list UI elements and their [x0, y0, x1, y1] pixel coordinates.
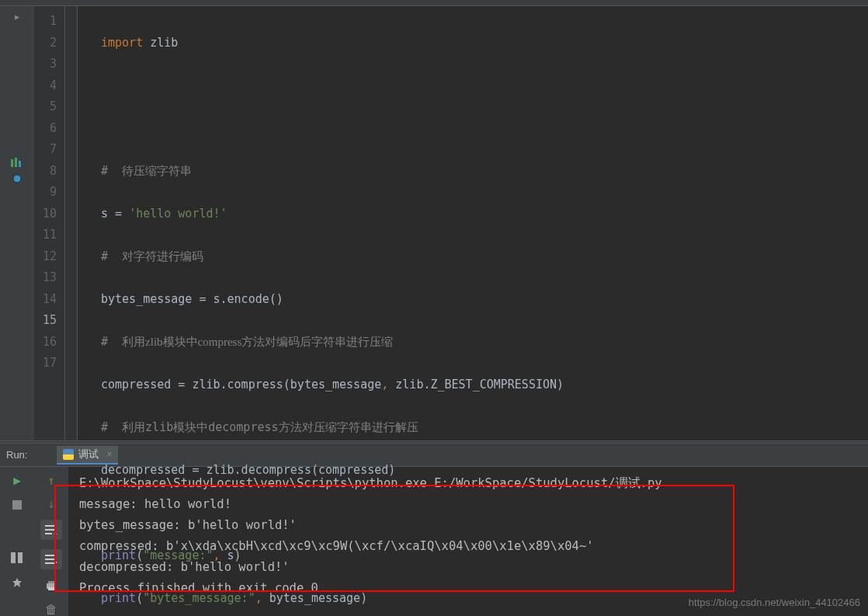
console-line: E:\WorkSpace\StudyLocust\venv\Scripts\py…	[79, 473, 868, 494]
console-line: bytes_message: b'hello world!'	[79, 515, 868, 536]
svg-point-3	[13, 175, 21, 183]
comment: # 待压缩字符串	[101, 164, 192, 178]
comment: 方法对压缩字符串进行解压	[279, 420, 418, 434]
comment: 模块中	[173, 420, 208, 434]
line-number-gutter: 123456789 1011121314151617	[34, 6, 65, 440]
svg-rect-1	[15, 158, 17, 167]
comment: compress	[198, 336, 242, 348]
eq: =	[192, 292, 213, 306]
call: zlib.compress(bytes_message	[192, 378, 381, 392]
console-line: compressed: b'x\xda\xcbH\xcd\xc9\xc9W(\x…	[79, 536, 868, 557]
soft-wrap-icon[interactable]	[40, 520, 62, 540]
comment: # 利用	[101, 420, 145, 434]
run-toolbar-secondary: ↑ ↓ 🗑	[34, 467, 68, 616]
run-indicator-icon[interactable]	[11, 158, 23, 169]
watermark-text: https://blog.csdn.net/weixin_44102466	[689, 592, 860, 613]
editor-area[interactable]: 123456789 1011121314151617 import zlib #…	[34, 6, 868, 440]
svg-rect-4	[11, 552, 16, 563]
rerun-icon[interactable]: ▶	[10, 473, 24, 487]
keyword-import: import	[101, 36, 143, 50]
print-icon[interactable]	[44, 579, 58, 593]
comment: # 利用	[101, 335, 145, 349]
comment: zlib	[145, 336, 163, 348]
comment: decompress	[208, 420, 278, 434]
console-line: message: hello world!	[79, 494, 868, 515]
arg: zlib.Z_BEST_COMPRESSION)	[388, 378, 564, 392]
comma: ,	[381, 378, 388, 392]
pin-icon[interactable]	[10, 576, 24, 590]
fold-icon[interactable]: ▶	[15, 12, 19, 21]
svg-rect-8	[48, 587, 54, 590]
console-output[interactable]: E:\WorkSpace\StudyLocust\venv\Scripts\py…	[68, 467, 868, 616]
main-area: ▶ 123456789 1011121314151617 import zlib…	[0, 6, 868, 440]
svg-rect-0	[11, 159, 13, 167]
svg-rect-7	[48, 581, 54, 583]
module-name: zlib	[150, 36, 178, 50]
run-tab-label: 调试	[78, 447, 99, 461]
breakpoint-icon[interactable]	[12, 173, 23, 184]
up-arrow-icon[interactable]: ↑	[44, 473, 58, 487]
run-panel: Run: 调试 × ▶ ↑ ↓	[0, 444, 868, 616]
trash-icon[interactable]: 🗑	[44, 602, 58, 616]
comment: # 对字符进行编码	[101, 249, 203, 263]
stop-icon[interactable]	[10, 498, 24, 512]
call: s.encode()	[214, 292, 283, 306]
console-line: decompressed: b'hello world!'	[79, 557, 868, 578]
string: 'hello world!'	[129, 207, 227, 221]
python-file-icon	[63, 449, 74, 460]
svg-rect-2	[19, 161, 21, 167]
var: compressed	[101, 378, 171, 392]
code-area[interactable]: import zlib # 待压缩字符串 s = 'hello world!' …	[78, 6, 868, 440]
left-gutter: ▶	[0, 6, 34, 440]
var: bytes_message	[101, 292, 192, 306]
var: s	[101, 207, 108, 221]
eq: =	[108, 207, 129, 221]
scroll-to-end-icon[interactable]	[40, 549, 62, 569]
comment: 方法对编码后字符串进行压缩	[241, 335, 393, 349]
fold-column	[65, 6, 78, 440]
down-arrow-icon[interactable]: ↓	[44, 496, 58, 510]
layout-icon[interactable]	[10, 551, 24, 565]
run-panel-title: Run:	[6, 449, 27, 461]
eq: =	[171, 378, 192, 392]
comment: zlib	[145, 420, 173, 434]
editor-tabs-bar	[0, 0, 868, 6]
run-toolbar-primary: ▶	[0, 467, 34, 616]
comment: 模块中	[163, 335, 198, 349]
svg-rect-5	[18, 552, 23, 563]
